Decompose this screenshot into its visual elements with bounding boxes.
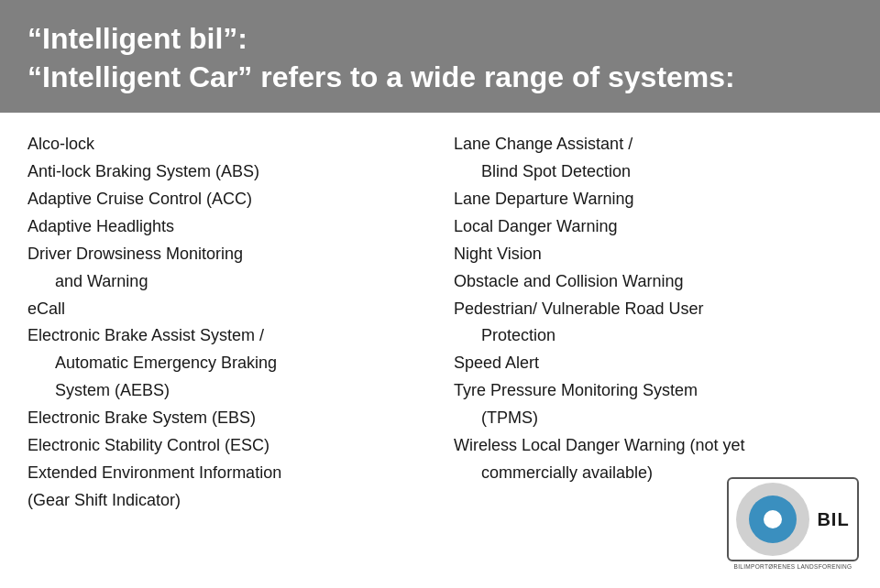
header-line2: “Intelligent Car” refers to a wide range…	[28, 60, 735, 93]
list-item: System (AEBS)	[28, 377, 426, 405]
list-item: Anti-lock Braking System (ABS)	[28, 158, 426, 186]
left-column: Alco-lockAnti-lock Braking System (ABS)A…	[28, 131, 426, 570]
list-item: Alco-lock	[28, 131, 426, 158]
header-title: “Intelligent bil”: “Intelligent Car” ref…	[28, 20, 735, 96]
header-line1: “Intelligent bil”:	[28, 22, 248, 55]
list-item: Electronic Brake System (EBS)	[28, 405, 426, 432]
content-area: Alco-lockAnti-lock Braking System (ABS)A…	[0, 113, 880, 588]
list-item: Protection	[454, 322, 852, 350]
list-item: Tyre Pressure Monitoring System	[454, 377, 852, 405]
list-item: Automatic Emergency Braking	[28, 350, 426, 377]
list-item: and Warning	[28, 268, 426, 296]
list-item: Night Vision	[454, 241, 852, 268]
logo-badge-text: BIL	[817, 509, 849, 530]
list-item: Lane Departure Warning	[454, 186, 852, 213]
list-item: Blind Spot Detection	[454, 158, 852, 186]
page-container: “Intelligent bil”: “Intelligent Car” ref…	[0, 0, 880, 588]
list-item: Electronic Brake Assist System /	[28, 322, 426, 350]
list-item: Electronic Stability Control (ESC)	[28, 432, 426, 460]
logo-wrapper: BIL BILIMPORTØRENES LANDSFORENING	[727, 477, 858, 570]
list-item: Adaptive Headlights	[28, 213, 426, 241]
logo-circle-inner	[749, 495, 797, 543]
logo-circle-outer	[736, 483, 809, 556]
logo-sub-text: BILIMPORTØRENES LANDSFORENING	[734, 563, 852, 570]
list-item: Local Danger Warning	[454, 213, 852, 241]
list-item: Wireless Local Danger Warning (not yet	[454, 432, 852, 460]
list-item: Pedestrian/ Vulnerable Road User	[454, 296, 852, 323]
list-item: Lane Change Assistant /	[454, 131, 852, 158]
list-item: Adaptive Cruise Control (ACC)	[28, 186, 426, 213]
list-item: Obstacle and Collision Warning	[454, 268, 852, 296]
list-item: eCall	[28, 296, 426, 323]
list-item: Extended Environment Information	[28, 460, 426, 487]
logo-container: BIL BILIMPORTØRENES LANDSFORENING	[733, 478, 852, 570]
logo-badge: BIL	[727, 477, 858, 561]
logo-circle-center	[764, 510, 782, 528]
list-item: Speed Alert	[454, 350, 852, 377]
header-banner: “Intelligent bil”: “Intelligent Car” ref…	[0, 0, 880, 113]
list-item: (TPMS)	[454, 405, 852, 432]
list-item: Driver Drowsiness Monitoring	[28, 241, 426, 268]
right-column: Lane Change Assistant /Blind Spot Detect…	[454, 131, 852, 570]
list-item: (Gear Shift Indicator)	[28, 487, 426, 515]
